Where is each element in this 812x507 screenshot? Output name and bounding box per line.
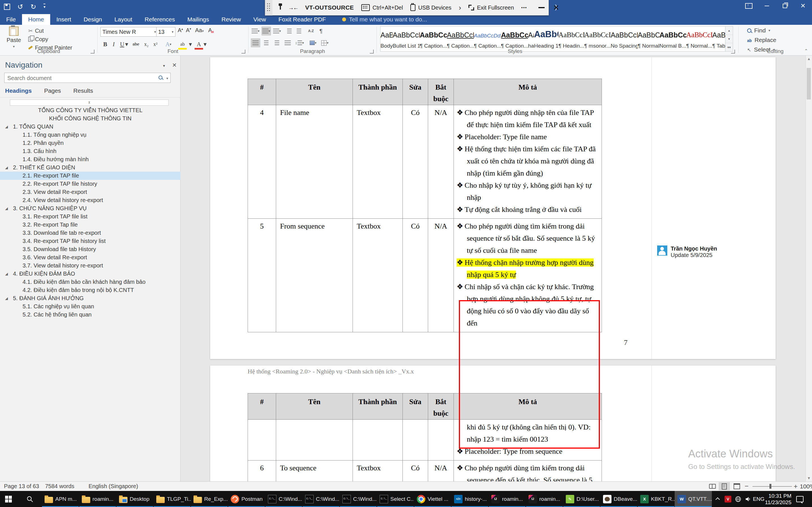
cut-button[interactable]: Cut: [28, 27, 44, 35]
heading-item[interactable]: ◢3. CHỨC NĂNG NGHIỆP VỤ: [0, 204, 181, 213]
search-input[interactable]: [7, 74, 149, 82]
taskbar-app-button[interactable]: roamin...: [79, 491, 116, 507]
shading-button[interactable]: ▾: [308, 38, 318, 47]
ribbon-tab[interactable]: Layout: [108, 14, 139, 25]
highlight-dropdown-icon[interactable]: ▾: [189, 40, 192, 49]
zoom-slider-thumb[interactable]: [769, 484, 771, 489]
bold-button[interactable]: B: [101, 40, 109, 49]
font-color-dropdown-icon[interactable]: ▾: [203, 40, 207, 49]
heading-item[interactable]: ◢4.2. Điều kiện đảm bảo trong nội bộ K.C…: [0, 286, 181, 294]
align-right-button[interactable]: [272, 38, 282, 47]
close-button[interactable]: [794, 0, 812, 12]
heading-item[interactable]: ◢3.1. Re-export TAP file list: [0, 213, 181, 221]
start-button[interactable]: [0, 491, 17, 507]
taskbar-app-button[interactable]: X KBKT_R...: [638, 491, 675, 507]
clipboard-dialog-launcher[interactable]: [91, 50, 95, 54]
expand-triangle-icon[interactable]: ◢: [5, 123, 8, 131]
redo-icon[interactable]: [31, 3, 36, 11]
customize-quick-access-icon[interactable]: [43, 4, 45, 9]
taskbar-app-button[interactable]: C:\_ C:\Wind...: [265, 491, 302, 507]
restore-button[interactable]: [776, 0, 794, 12]
subscript-button[interactable]: x₂: [142, 40, 151, 49]
tell-me-box[interactable]: Tell me what you want to do...: [342, 14, 427, 25]
ribbon-tab[interactable]: Mailings: [181, 14, 215, 25]
justify-button[interactable]: [283, 38, 293, 47]
collapse-heading-box[interactable]: ⊼: [10, 100, 169, 106]
heading-item[interactable]: ◢1.3. Cấu hình: [0, 147, 181, 155]
taskbar-app-button[interactable]: DBeave...: [600, 491, 638, 507]
line-spacing-button[interactable]: ▾: [295, 38, 304, 47]
taskbar-app-button[interactable]: APN m...: [42, 491, 79, 507]
underline-dropdown-icon[interactable]: ▾: [125, 40, 129, 49]
search-icon[interactable]: [158, 75, 162, 79]
paragraph-dialog-launcher[interactable]: [370, 50, 374, 54]
minimize-button[interactable]: [758, 0, 776, 12]
taskbar-app-button[interactable]: C:\_ C:\Wind...: [340, 491, 377, 507]
ctrl-alt-del-button[interactable]: Ctrl+Alt+Del: [361, 4, 403, 11]
ribbon-tab[interactable]: File: [0, 14, 22, 25]
zoom-level[interactable]: 100%: [800, 483, 812, 490]
read-mode-button[interactable]: [707, 482, 718, 490]
heading-item[interactable]: ◢4. ĐIỀU KIỆN ĐẢM BẢO: [0, 270, 181, 278]
usb-devices-button[interactable]: USB Devices: [410, 4, 452, 11]
font-size-combo[interactable]: 13 ▾: [156, 27, 175, 37]
change-case-button[interactable]: Aa▾: [195, 27, 204, 34]
heading-item[interactable]: ◢3.6. View detail Re-export: [0, 253, 181, 262]
heading-item[interactable]: ◢3.4. Re-export TAP file history list: [0, 237, 181, 245]
pane-close-icon[interactable]: ✕: [172, 62, 177, 68]
action-center-button[interactable]: [794, 491, 806, 507]
clear-formatting-button[interactable]: A: [208, 27, 212, 34]
web-layout-button[interactable]: [731, 482, 742, 490]
page-info[interactable]: Page 13 of 63: [4, 483, 39, 490]
taskbar-app-button[interactable]: TLGP_Ti...: [153, 491, 191, 507]
expand-triangle-icon[interactable]: ◢: [5, 294, 8, 302]
taskbar-app-button[interactable]: IJ roamin...: [489, 491, 526, 507]
align-left-button[interactable]: [251, 38, 260, 47]
ribbon-tab[interactable]: Insert: [50, 14, 78, 25]
heading-item[interactable]: ◢3.7. View detail history re-export: [0, 262, 181, 270]
taskbar-search-button[interactable]: [22, 491, 38, 507]
heading-item[interactable]: ◢TỔNG CÔNG TY VIỄN THÔNG VIETTEL: [0, 106, 181, 114]
styles-dialog-launcher[interactable]: [731, 50, 735, 54]
pin-button[interactable]: [280, 6, 281, 10]
heading-item[interactable]: ◢2.4. View detail history re-export: [0, 196, 181, 204]
zoom-slider-track[interactable]: [753, 486, 792, 487]
taskbar-app-button[interactable]: ✎ D:\User...: [563, 491, 600, 507]
multilevel-list-button[interactable]: ▾: [272, 26, 282, 36]
tray-app-icon[interactable]: V: [723, 491, 733, 507]
taskbar-app-button[interactable]: C:\_ Select C...: [377, 491, 414, 507]
heading-item[interactable]: ◢5. ĐÁNH GIÁ ẢNH HƯỞNG: [0, 294, 181, 302]
copy-button[interactable]: Copy: [28, 36, 48, 43]
shrink-font-button[interactable]: A▾: [186, 27, 191, 34]
more-options-icon[interactable]: [521, 5, 527, 10]
heading-item[interactable]: ◢1. TỔNG QUAN: [0, 123, 181, 131]
heading-item[interactable]: ◢2.3. View detail Re-export: [0, 188, 181, 196]
heading-item[interactable]: ◢2.2. Re-export TAP file history: [0, 180, 181, 188]
ribbon-tab[interactable]: Design: [77, 14, 108, 25]
heading-item[interactable]: ◢3.2. Re-export Tap file: [0, 221, 181, 229]
heading-item[interactable]: ◢1.1. Tổng quan nghiệp vụ: [0, 131, 181, 139]
expand-triangle-icon[interactable]: ◢: [5, 163, 8, 172]
grow-font-button[interactable]: A▴: [178, 27, 183, 34]
taskbar-app-button[interactable]: Viettel ...: [414, 491, 451, 507]
text-effects-button[interactable]: A▾: [164, 40, 172, 49]
font-dialog-launcher[interactable]: [242, 50, 245, 54]
connection-bar-grip[interactable]: [265, 0, 272, 15]
zoom-in-button[interactable]: +: [794, 483, 798, 490]
taskbar-app-button[interactable]: </> history-...: [451, 491, 489, 507]
zoom-out-button[interactable]: −: [745, 482, 749, 490]
heading-item[interactable]: ◢1.2. Phân quyền: [0, 139, 181, 147]
pane-options-icon[interactable]: ▾: [163, 63, 165, 68]
align-center-button[interactable]: [261, 38, 271, 47]
numbering-button[interactable]: ▾: [261, 26, 271, 36]
scroll-up-icon[interactable]: ▲: [806, 57, 812, 61]
paste-button[interactable]: Paste ▾: [3, 26, 24, 49]
collapse-ribbon-icon[interactable]: ⌃: [804, 48, 808, 54]
heading-item[interactable]: ◢4.1. Điều kiện đảm bảo cần khách hàng đ…: [0, 278, 181, 286]
strikethrough-button[interactable]: abe: [130, 40, 142, 49]
navigation-tab[interactable]: Pages: [44, 88, 61, 94]
decrease-indent-button[interactable]: [285, 26, 294, 36]
taskbar-app-button[interactable]: Re_Exp...: [191, 491, 228, 507]
expand-triangle-icon[interactable]: ◢: [5, 270, 8, 278]
find-button[interactable]: Find▾: [747, 27, 770, 34]
